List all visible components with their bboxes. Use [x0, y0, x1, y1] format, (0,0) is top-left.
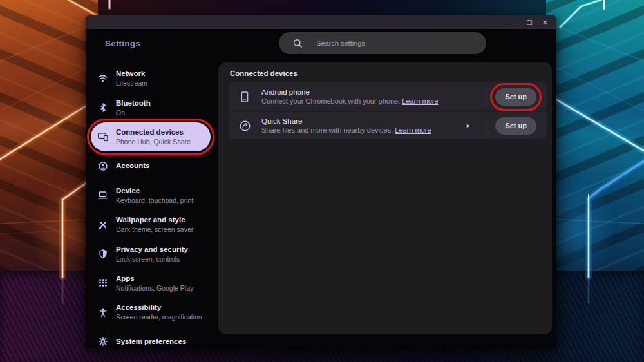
quick-share-row[interactable]: Quick Share Share files and more with ne…	[229, 111, 547, 139]
connected-devices-icon	[97, 133, 108, 141]
brush-icon	[97, 220, 108, 229]
account-circle-icon	[97, 162, 108, 171]
sidebar-item-sublabel: Screen reader, magnification	[116, 313, 202, 321]
gear-icon	[97, 337, 108, 346]
connected-devices-card: Android phone Connect your Chromebook wi…	[229, 82, 547, 139]
sidebar-item-label: Connected devices	[116, 128, 191, 137]
sidebar-item-accounts[interactable]: Accounts	[91, 151, 211, 180]
learn-more-link[interactable]: Learn more	[395, 126, 431, 134]
sidebar-item-sublabel: Lock screen, controls	[116, 255, 188, 263]
row-title: Quick Share	[261, 117, 431, 126]
laptop-icon	[97, 191, 108, 199]
divider	[486, 87, 487, 106]
sidebar-item-sublabel: On	[116, 109, 151, 117]
smartphone-icon	[239, 91, 251, 102]
maximize-icon[interactable]: □	[526, 19, 532, 26]
sidebar-item-sublabel: Phone Hub, Quick Share	[116, 138, 191, 146]
bluetooth-icon	[97, 103, 108, 112]
android-phone-row: Android phone Connect your Chromebook wi…	[229, 82, 547, 111]
desktop: – □ × Settings NetworkLifestream	[0, 0, 644, 362]
search-input[interactable]	[279, 32, 486, 54]
sidebar-item-label: Privacy and security	[116, 245, 188, 254]
quick-share-icon	[239, 120, 251, 131]
row-description: Connect your Chromebook with your phone.…	[261, 97, 439, 106]
settings-window: – □ × Settings NetworkLifestream	[86, 15, 556, 348]
wifi-icon	[97, 74, 108, 82]
accessibility-icon	[97, 308, 108, 317]
minimize-icon[interactable]: –	[513, 19, 517, 26]
sidebar-item-bluetooth[interactable]: BluetoothOn	[91, 93, 211, 122]
close-icon[interactable]: ×	[542, 19, 548, 26]
sidebar-item-network[interactable]: NetworkLifestream	[91, 64, 211, 93]
sidebar-item-label: Network	[116, 70, 147, 78]
sidebar-item-wallpaper[interactable]: Wallpaper and styleDark theme, screen sa…	[91, 210, 211, 239]
apps-grid-icon	[97, 279, 108, 287]
row-description: Share files and more with nearby devices…	[261, 126, 431, 135]
search-field[interactable]	[316, 39, 458, 47]
sidebar-item-device[interactable]: DeviceKeyboard, touchpad, print	[91, 181, 211, 210]
sidebar-item-sublabel: Lifestream	[116, 79, 147, 87]
sidebar-item-label: System preferences	[116, 338, 186, 346]
sidebar-item-sublabel: Notifications, Google Play	[116, 284, 193, 292]
sidebar-item-accessibility[interactable]: AccessibilityScreen reader, magnificatio…	[91, 298, 211, 327]
sidebar: NetworkLifestream BluetoothOn Connected …	[91, 64, 211, 348]
sidebar-item-connected-devices[interactable]: Connected devicesPhone Hub, Quick Share	[91, 122, 211, 151]
sidebar-item-privacy[interactable]: Privacy and securityLock screen, control…	[91, 239, 211, 268]
learn-more-link[interactable]: Learn more	[402, 97, 438, 105]
sidebar-item-system-preferences[interactable]: System preferences	[91, 327, 211, 348]
sidebar-item-label: Accounts	[116, 162, 149, 170]
titlebar[interactable]: – □ ×	[86, 15, 556, 29]
row-title: Android phone	[261, 88, 439, 97]
sidebar-item-apps[interactable]: AppsNotifications, Google Play	[91, 269, 211, 298]
sidebar-item-label: Bluetooth	[116, 99, 151, 108]
sidebar-item-sublabel: Dark theme, screen saver	[116, 225, 193, 233]
sidebar-item-label: Wallpaper and style	[116, 216, 193, 224]
sidebar-item-sublabel: Keyboard, touchpad, print	[116, 196, 193, 204]
sidebar-item-label: Accessibility	[116, 303, 202, 312]
set-up-button-quick-share[interactable]: Set up	[495, 117, 536, 135]
chevron-right-icon: ▸	[467, 122, 470, 129]
sidebar-item-label: Device	[116, 187, 193, 195]
set-up-button-android-phone[interactable]: Set up	[495, 88, 536, 106]
section-title: Connected devices	[218, 62, 552, 82]
search-icon	[293, 39, 303, 48]
sidebar-item-label: Apps	[116, 274, 193, 283]
content-panel: Connected devices Android phone Connect …	[218, 62, 552, 334]
page-title: Settings	[105, 39, 140, 48]
shield-icon	[97, 249, 108, 258]
divider	[486, 116, 487, 135]
